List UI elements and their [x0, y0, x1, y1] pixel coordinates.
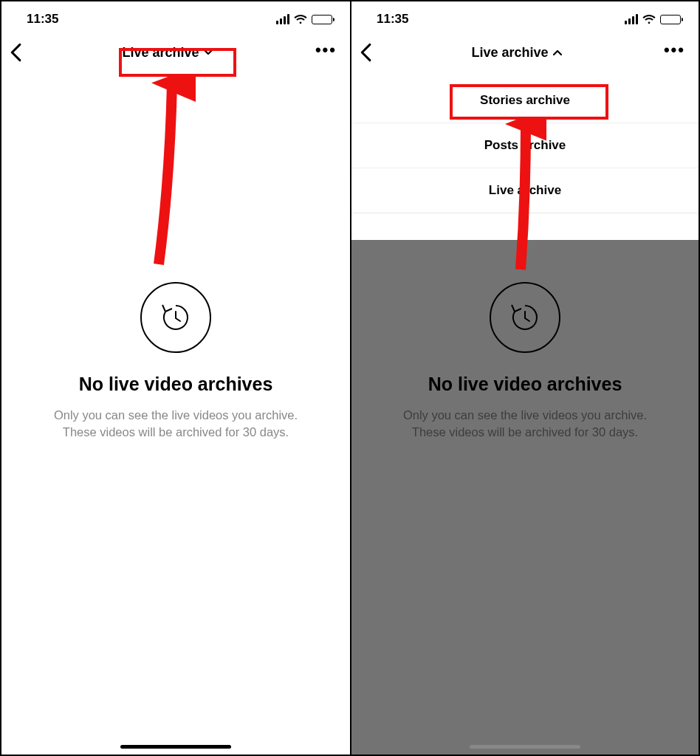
wifi-icon: [642, 15, 656, 24]
annotation-highlight-box: [119, 48, 236, 77]
battery-icon: [660, 15, 681, 24]
cellular-signal-icon: [276, 14, 289, 24]
status-time: 11:35: [377, 12, 408, 27]
archive-clock-icon: [140, 282, 211, 353]
empty-subtext: Only you can see the live videos you arc…: [32, 407, 320, 441]
battery-icon: [312, 15, 332, 24]
status-time: 11:35: [27, 12, 58, 27]
cellular-signal-icon: [625, 14, 638, 24]
empty-heading: No live video archives: [79, 374, 273, 395]
empty-state: No live video archives Only you can see …: [1, 75, 350, 755]
status-indicators: [276, 14, 332, 24]
dropdown-item-live[interactable]: Live archive: [351, 168, 699, 213]
home-indicator[interactable]: [120, 745, 231, 749]
screenshot-pair: 11:35 Live archive •••: [0, 0, 700, 756]
annotation-highlight-box: [450, 84, 608, 120]
modal-overlay[interactable]: [351, 240, 699, 755]
dropdown-item-posts[interactable]: Posts archive: [351, 123, 699, 168]
archive-title-label: Live archive: [471, 45, 548, 61]
home-indicator[interactable]: [470, 745, 580, 749]
status-bar: 11:35: [1, 1, 350, 34]
status-indicators: [625, 14, 681, 24]
archive-title-dropdown[interactable]: Live archive: [464, 42, 570, 63]
nav-bar: Live archive •••: [351, 34, 699, 75]
chevron-up-icon: [552, 49, 563, 56]
back-button[interactable]: [359, 43, 372, 62]
wifi-icon: [294, 15, 307, 24]
more-options-button[interactable]: •••: [314, 39, 338, 66]
status-bar: 11:35: [351, 1, 699, 34]
phone-screen-left: 11:35 Live archive •••: [1, 1, 350, 755]
back-button[interactable]: [9, 43, 22, 62]
more-options-button[interactable]: •••: [662, 39, 687, 66]
